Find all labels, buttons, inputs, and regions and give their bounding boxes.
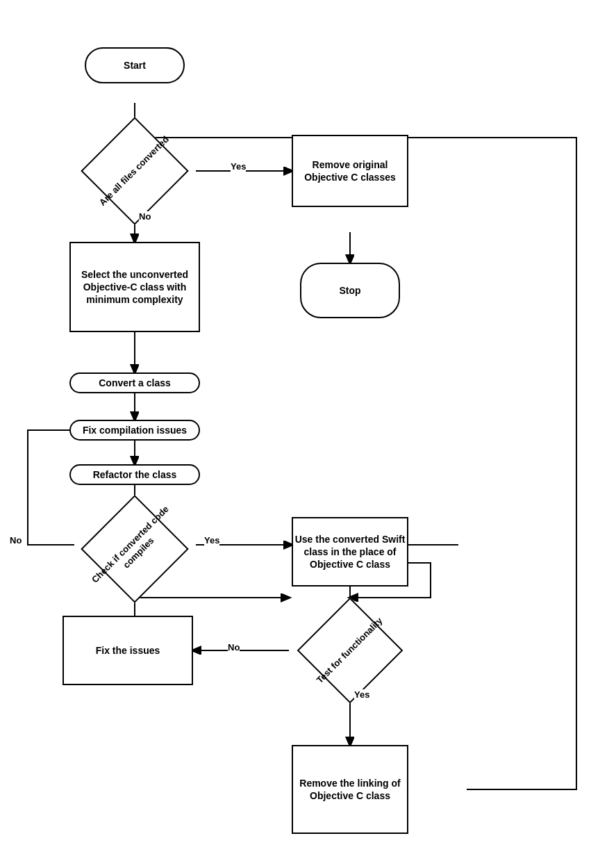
convert-class-label: Convert a class <box>99 377 171 389</box>
fix-compilation-label: Fix compilation issues <box>83 424 187 436</box>
start-label: Start <box>124 59 146 72</box>
convert-class-shape: Convert a class <box>69 372 200 393</box>
yes-label-2: Yes <box>204 535 219 546</box>
check-compiles-diamond-wrapper: Check if converted code compiles <box>74 511 195 587</box>
fix-issues-shape: Fix the issues <box>63 616 193 685</box>
use-converted-label: Use the converted Swift class in the pla… <box>293 533 407 571</box>
remove-original-shape: Remove original Objective C classes <box>292 135 408 207</box>
start-shape: Start <box>85 47 185 83</box>
fix-issues-label: Fix the issues <box>96 644 160 657</box>
refactor-class-label: Refactor the class <box>93 468 177 481</box>
use-converted-shape: Use the converted Swift class in the pla… <box>292 517 408 587</box>
remove-linking-shape: Remove the linking of Objective C class <box>292 745 408 834</box>
select-unconverted-label: Select the unconverted Objective-C class… <box>71 268 199 306</box>
stop-label: Stop <box>339 284 360 297</box>
stop-shape: Stop <box>300 263 400 318</box>
remove-linking-label: Remove the linking of Objective C class <box>293 777 407 802</box>
yes-label-3: Yes <box>354 689 369 700</box>
yes-label-1: Yes <box>231 161 246 172</box>
are-all-files-diamond-wrapper: Are all files converted <box>74 133 195 208</box>
fix-compilation-shape: Fix compilation issues <box>69 420 200 441</box>
no-label-3: No <box>10 535 22 546</box>
no-label-1: No <box>139 211 151 222</box>
test-functionality-diamond-wrapper: Test for functionality <box>289 614 411 687</box>
refactor-class-shape: Refactor the class <box>69 464 200 485</box>
no-label-2: No <box>228 642 240 653</box>
remove-original-label: Remove original Objective C classes <box>293 158 407 183</box>
select-unconverted-shape: Select the unconverted Objective-C class… <box>69 242 200 332</box>
